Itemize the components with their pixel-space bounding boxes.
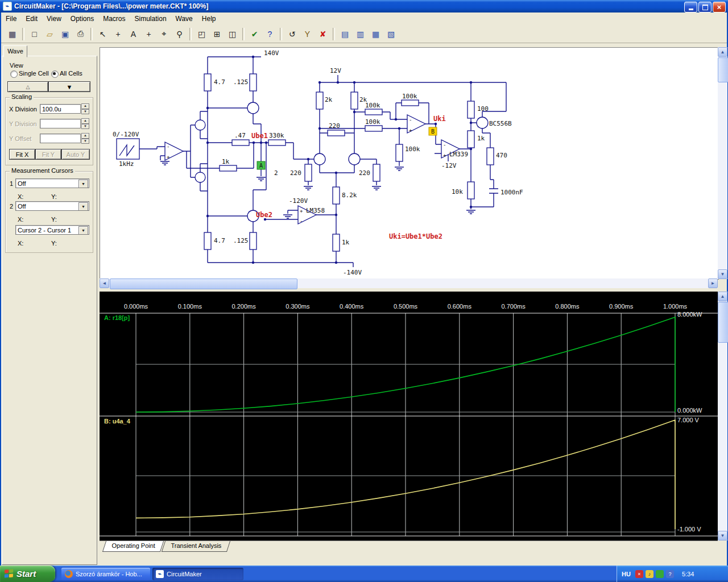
menu-item-help[interactable]: Help xyxy=(197,13,221,24)
scroll-right-icon[interactable]: ► xyxy=(708,278,718,288)
cursor1-select[interactable]: Off ▼ xyxy=(15,178,89,188)
open-file-button[interactable]: ▱ xyxy=(43,27,57,41)
resistor[interactable] xyxy=(468,101,474,118)
y-division-stepper[interactable]: ▲ ▼ xyxy=(81,118,89,129)
y-division-input[interactable] xyxy=(40,119,81,128)
resistor[interactable] xyxy=(232,140,249,146)
resistor[interactable] xyxy=(305,164,312,181)
circuit-vscrollbar[interactable]: ▲ ▼ xyxy=(718,47,727,279)
restore-button[interactable] xyxy=(698,2,712,13)
tab-transient-analysis[interactable]: Transient Analysis xyxy=(162,541,230,552)
single-cell-radio[interactable] xyxy=(10,70,18,78)
scroll-down-icon[interactable]: ▼ xyxy=(718,531,727,541)
volume-icon[interactable]: ♪ xyxy=(646,570,653,578)
resistor[interactable] xyxy=(333,234,340,251)
scroll-up-cells-button[interactable]: △ xyxy=(7,81,48,92)
split-view-button[interactable]: ◫ xyxy=(225,27,239,41)
scope-window-4-button[interactable]: ▧ xyxy=(384,27,398,41)
status-icon[interactable] xyxy=(656,570,664,578)
scope-window-3-button[interactable]: ▦ xyxy=(369,27,383,41)
auto-y-button[interactable]: Auto Y xyxy=(61,149,90,160)
transistor[interactable] xyxy=(195,120,205,130)
waveform-viewer[interactable]: 0.000ms0.100ms0.200ms0.300ms0.400ms0.500… xyxy=(100,292,718,541)
spin-up-icon[interactable]: ▲ xyxy=(81,118,89,124)
resistor[interactable] xyxy=(351,92,358,109)
scope-window-2-button[interactable]: ▥ xyxy=(353,27,367,41)
probe-tool-button[interactable]: ⌖ xyxy=(157,27,171,41)
resistor[interactable] xyxy=(204,74,211,91)
waveform-vscrollbar[interactable]: ▲ ▼ xyxy=(718,292,727,541)
spin-down-icon[interactable]: ▼ xyxy=(81,109,89,115)
resistor[interactable] xyxy=(328,130,345,136)
resistor[interactable] xyxy=(468,131,474,148)
dropdown-arrow-icon[interactable]: ▼ xyxy=(78,202,88,211)
part-browser-button[interactable]: ▦ xyxy=(5,27,19,41)
resistor[interactable] xyxy=(487,148,494,165)
dropdown-arrow-icon[interactable]: ▼ xyxy=(78,180,88,188)
signal-source[interactable] xyxy=(117,139,139,159)
menu-item-file[interactable]: File xyxy=(1,13,21,24)
cursor2-select[interactable]: Off ▼ xyxy=(15,201,89,211)
resistor[interactable] xyxy=(250,232,257,250)
resistor[interactable] xyxy=(396,144,403,161)
fit-x-button[interactable]: Fit X xyxy=(9,149,35,160)
resistor[interactable] xyxy=(204,232,211,250)
y-offset-stepper[interactable]: ▲ ▼ xyxy=(81,133,89,144)
print-button[interactable]: ⎙ xyxy=(73,27,88,41)
tab-wave[interactable]: Wave xyxy=(3,45,27,57)
taskbar-item-browser[interactable]: Szorzó áramkör - Hob... xyxy=(61,568,150,580)
help-button[interactable]: ? xyxy=(263,27,277,41)
select-tool-button[interactable]: ↖ xyxy=(96,27,110,41)
security-alert-icon[interactable]: × xyxy=(635,570,643,578)
resistor[interactable] xyxy=(365,109,382,115)
scope-window-1-button[interactable]: ▤ xyxy=(338,27,352,41)
resistor[interactable] xyxy=(250,74,257,91)
stop-simulation-button[interactable]: ✘ xyxy=(316,27,330,41)
x-division-input[interactable]: 100.0u xyxy=(40,104,81,114)
spin-down-icon[interactable]: ▼ xyxy=(81,124,89,130)
language-indicator[interactable]: HU xyxy=(622,571,631,577)
resistor[interactable] xyxy=(402,100,419,106)
plus-tool-button[interactable]: + xyxy=(142,27,156,41)
minimize-button[interactable] xyxy=(684,2,697,13)
menu-item-options[interactable]: Options xyxy=(66,13,98,24)
transistor[interactable] xyxy=(314,153,325,165)
resistor[interactable] xyxy=(333,187,340,204)
scroll-up-icon[interactable]: ▲ xyxy=(718,47,727,57)
close-button[interactable]: × xyxy=(713,2,726,13)
scroll-left-icon[interactable]: ◄ xyxy=(100,278,109,288)
vscroll-thumb[interactable] xyxy=(718,302,728,343)
transistor-bc556b[interactable] xyxy=(477,117,488,128)
fit-y-button[interactable]: Fit Y xyxy=(35,149,61,160)
menu-item-macros[interactable]: Macros xyxy=(98,13,130,24)
check-simulation-button[interactable]: ✔ xyxy=(247,27,262,41)
transistor[interactable] xyxy=(195,172,205,182)
y-offset-input[interactable] xyxy=(40,134,81,143)
hscroll-thumb[interactable] xyxy=(110,278,297,289)
start-button[interactable]: Start xyxy=(0,566,55,582)
taskbar-item-circuitmaker[interactable]: ⌁ CircuitMaker xyxy=(152,568,243,580)
all-cells-radio[interactable] xyxy=(51,70,59,78)
resistor[interactable] xyxy=(268,140,286,146)
copy-tool-button[interactable]: ⊞ xyxy=(210,27,224,41)
spin-down-icon[interactable]: ▼ xyxy=(81,139,89,144)
x-division-stepper[interactable]: ▲ ▼ xyxy=(81,103,89,114)
resistor[interactable] xyxy=(373,164,380,181)
menu-item-wave[interactable]: Wave xyxy=(171,13,197,24)
dropdown-arrow-icon[interactable]: ▼ xyxy=(78,226,88,235)
cursor-diff-select[interactable]: Cursor 2 - Cursor 1 ▼ xyxy=(15,225,89,235)
transistor[interactable] xyxy=(349,153,360,165)
schematic-canvas[interactable]: A B -+ -+ -+ +- 140V 4.7 .125 12V 2k 2k … xyxy=(100,47,719,280)
vscroll-thumb[interactable] xyxy=(718,57,728,82)
wire-tool-button[interactable]: + xyxy=(111,27,125,41)
menu-item-view[interactable]: View xyxy=(42,13,66,24)
resistor[interactable] xyxy=(316,92,323,109)
spin-up-icon[interactable]: ▲ xyxy=(81,133,89,139)
transistor[interactable] xyxy=(247,102,259,114)
undo-button[interactable]: ↺ xyxy=(285,27,299,41)
circuit-hscrollbar[interactable]: ◄ ► xyxy=(100,278,718,288)
new-file-button[interactable]: □ xyxy=(27,27,42,41)
zoom-window-button[interactable]: ◰ xyxy=(195,27,209,41)
text-tool-button[interactable]: A xyxy=(126,27,140,41)
resistor[interactable] xyxy=(220,165,237,171)
